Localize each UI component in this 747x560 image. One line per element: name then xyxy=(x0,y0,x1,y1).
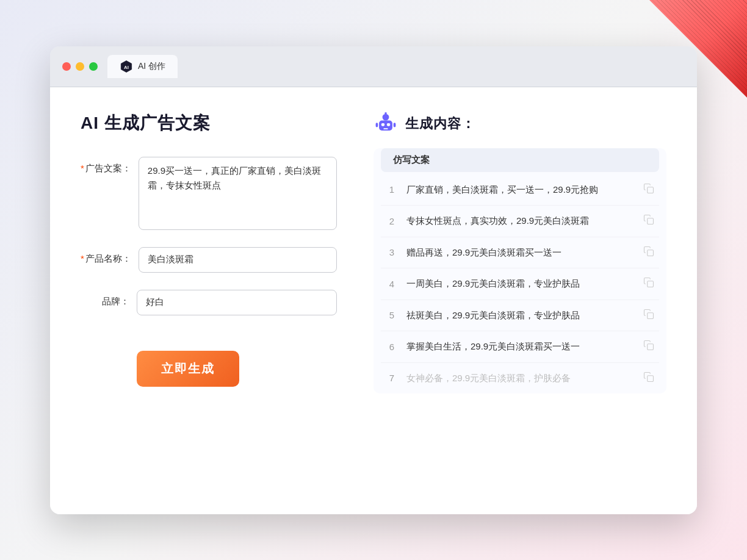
svg-rect-11 xyxy=(648,187,654,193)
row-number: 5 xyxy=(386,310,398,320)
result-row-2: 2专抹女性斑点，真实功效，29.9元美白淡斑霜 xyxy=(381,206,659,237)
row-text: 专抹女性斑点，真实功效，29.9元美白淡斑霜 xyxy=(406,214,635,228)
right-panel: 生成内容： 仿写文案 1厂家直销，美白淡斑霜，买一送一，29.9元抢购2专抹女性… xyxy=(374,112,666,490)
svg-rect-10 xyxy=(394,123,396,127)
results-container: 仿写文案 1厂家直销，美白淡斑霜，买一送一，29.9元抢购2专抹女性斑点，真实功… xyxy=(374,148,666,394)
row-text: 厂家直销，美白淡斑霜，买一送一，29.9元抢购 xyxy=(406,183,635,197)
result-row-5: 5祛斑美白，29.9元美白淡斑霜，专业护肤品 xyxy=(381,300,659,332)
result-title: 生成内容： xyxy=(405,115,475,133)
svg-rect-5 xyxy=(387,123,390,126)
svg-rect-14 xyxy=(648,281,654,287)
browser-window: AI AI 创作 AI 生成广告文案 *广告文案： 29.9买一送一，真正的厂家… xyxy=(50,46,697,514)
copy-icon[interactable] xyxy=(643,214,654,228)
result-row-7: 7女神必备，29.9元美白淡斑霜，护肤必备 xyxy=(381,363,659,394)
row-text: 祛斑美白，29.9元美白淡斑霜，专业护肤品 xyxy=(406,309,635,323)
row-number: 1 xyxy=(386,184,398,195)
generate-button[interactable]: 立即生成 xyxy=(137,351,239,387)
result-row-1: 1厂家直销，美白淡斑霜，买一送一，29.9元抢购 xyxy=(381,174,659,206)
result-row-3: 3赠品再送，29.9元美白淡斑霜买一送一 xyxy=(381,237,659,269)
row-text: 赠品再送，29.9元美白淡斑霜买一送一 xyxy=(406,246,635,260)
svg-rect-6 xyxy=(383,128,388,129)
row-number: 4 xyxy=(386,279,398,289)
tab-ai[interactable]: AI AI 创作 xyxy=(107,55,178,78)
svg-rect-17 xyxy=(648,376,654,382)
brand-group: 品牌： 好白 xyxy=(81,290,337,315)
maximize-button[interactable] xyxy=(89,62,98,71)
ad-copy-label: *广告文案： xyxy=(81,157,131,174)
robot-icon xyxy=(374,112,398,136)
close-button[interactable] xyxy=(62,62,71,71)
result-header: 生成内容： xyxy=(374,112,666,136)
ad-copy-input[interactable]: 29.9买一送一，真正的厂家直销，美白淡斑霜，专抹女性斑点 xyxy=(139,157,337,230)
svg-rect-13 xyxy=(648,250,654,256)
brand-input[interactable]: 好白 xyxy=(137,290,337,315)
product-name-group: *产品名称： 美白淡斑霜 xyxy=(81,247,337,273)
svg-text:AI: AI xyxy=(124,64,129,70)
copy-icon[interactable] xyxy=(643,340,654,353)
row-number: 7 xyxy=(386,373,398,383)
row-number: 3 xyxy=(386,247,398,257)
copy-icon[interactable] xyxy=(643,246,654,259)
row-number: 2 xyxy=(386,216,398,226)
product-name-input[interactable]: 美白淡斑霜 xyxy=(139,247,337,273)
result-row-4: 4一周美白，29.9元美白淡斑霜，专业护肤品 xyxy=(381,268,659,300)
minimize-button[interactable] xyxy=(76,62,84,71)
main-content: AI 生成广告文案 *广告文案： 29.9买一送一，真正的厂家直销，美白淡斑霜，… xyxy=(50,87,697,514)
row-text: 一周美白，29.9元美白淡斑霜，专业护肤品 xyxy=(406,277,635,291)
window-controls xyxy=(62,62,98,71)
result-row-6: 6掌握美白生活，29.9元美白淡斑霜买一送一 xyxy=(381,331,659,363)
ai-logo-icon: AI xyxy=(120,60,133,73)
table-header: 仿写文案 xyxy=(381,148,659,172)
page-title: AI 生成广告文案 xyxy=(81,112,337,135)
svg-rect-4 xyxy=(381,123,384,126)
svg-rect-12 xyxy=(648,218,654,224)
product-name-label: *产品名称： xyxy=(81,247,131,265)
copy-icon[interactable] xyxy=(643,309,654,322)
copy-icon[interactable] xyxy=(643,372,654,385)
product-required: * xyxy=(81,253,84,264)
svg-rect-16 xyxy=(648,344,654,350)
row-text: 掌握美白生活，29.9元美白淡斑霜买一送一 xyxy=(406,340,635,354)
brand-label: 品牌： xyxy=(81,290,129,307)
tab-label: AI 创作 xyxy=(138,61,165,72)
row-number: 6 xyxy=(386,342,398,352)
svg-rect-15 xyxy=(648,313,654,319)
copy-icon[interactable] xyxy=(643,183,654,196)
ad-copy-required: * xyxy=(81,163,84,173)
row-text: 女神必备，29.9元美白淡斑霜，护肤必备 xyxy=(406,372,635,386)
results-list: 1厂家直销，美白淡斑霜，买一送一，29.9元抢购2专抹女性斑点，真实功效，29.… xyxy=(381,174,659,394)
ad-copy-group: *广告文案： 29.9买一送一，真正的厂家直销，美白淡斑霜，专抹女性斑点 xyxy=(81,157,337,230)
left-panel: AI 生成广告文案 *广告文案： 29.9买一送一，真正的厂家直销，美白淡斑霜，… xyxy=(81,112,337,490)
svg-point-8 xyxy=(384,112,387,114)
copy-icon[interactable] xyxy=(643,277,654,290)
svg-rect-9 xyxy=(376,123,378,127)
title-bar: AI AI 创作 xyxy=(50,46,697,87)
